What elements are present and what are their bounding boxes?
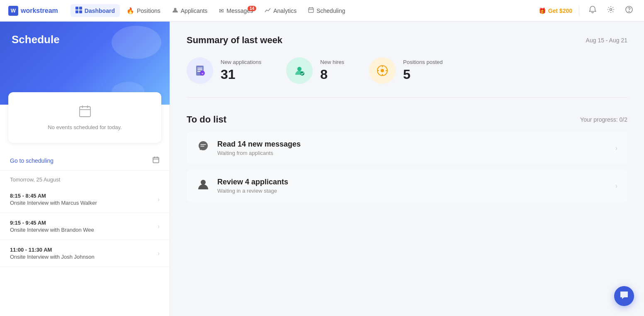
todo-title: To do list	[187, 114, 226, 125]
nav-item-applicants[interactable]: Applicants	[167, 5, 213, 17]
nav-item-analytics[interactable]: Analytics	[260, 5, 301, 17]
svg-rect-21	[197, 68, 202, 69]
nav-item-scheduling[interactable]: Scheduling	[303, 5, 350, 17]
stat-positions-posted-text: Positions posted 5	[403, 59, 442, 82]
schedule-item-details: 11:00 - 11:30 AM Onsite Interview with J…	[10, 247, 95, 260]
main-layout: Schedule No events scheduled for today. …	[0, 22, 644, 316]
tomorrow-label: Tomorrow, 25 August	[0, 171, 170, 186]
gift-icon: 🎁	[539, 7, 546, 14]
svg-rect-23	[197, 71, 201, 72]
nav-item-positions[interactable]: 🔥 Positions	[122, 5, 165, 17]
schedule-item-time-2: 11:00 - 11:30 AM	[10, 247, 95, 253]
svg-rect-3	[79, 10, 82, 13]
schedule-item-title-2: Onsite Interview with Josh Johnson	[10, 254, 95, 260]
stat-new-hires-text: New hires 8	[320, 59, 344, 82]
help-button[interactable]	[622, 4, 636, 17]
applicants-todo-icon	[197, 178, 210, 194]
gift-button[interactable]: 🎁 Get $200	[539, 7, 572, 14]
logo-icon: W	[8, 6, 18, 16]
svg-point-34	[199, 141, 208, 150]
calendar-empty-icon	[17, 105, 153, 121]
stat-new-applications-text: New applications 31	[221, 59, 261, 82]
summary-date-range: Aug 15 - Aug 21	[586, 37, 627, 44]
positions-posted-icon-circle	[369, 57, 396, 84]
todo-item-messages-body: Read 14 new messages Waiting from applic…	[217, 140, 608, 156]
svg-point-9	[610, 9, 612, 11]
summary-title: Summary of last week	[187, 35, 282, 46]
calendar-small-icon	[152, 156, 160, 165]
nav-item-dashboard[interactable]: Dashboard	[70, 4, 120, 17]
chevron-right-icon: ›	[158, 250, 160, 257]
svg-rect-1	[79, 7, 82, 10]
stat-new-applications: + New applications 31	[187, 57, 261, 84]
todo-item-applicants-title: Review 4 applicants	[217, 178, 608, 186]
dashboard-icon	[75, 7, 82, 15]
schedule-item-time-1: 9:15 - 9:45 AM	[10, 220, 94, 226]
todo-progress: Your progress: 0/2	[580, 116, 627, 123]
nav-label-dashboard: Dashboard	[85, 7, 115, 14]
bell-icon	[589, 6, 596, 15]
todo-item-messages[interactable]: Read 14 new messages Waiting from applic…	[187, 132, 627, 164]
svg-rect-0	[75, 7, 78, 10]
schedule-item-2[interactable]: 11:00 - 11:30 AM Onsite Interview with J…	[0, 240, 170, 267]
go-scheduling-link[interactable]: Go to scheduling	[10, 157, 53, 164]
chat-icon	[620, 291, 629, 302]
chevron-right-icon: ›	[615, 145, 617, 152]
svg-rect-5	[309, 8, 313, 12]
svg-point-35	[201, 180, 206, 185]
svg-rect-16	[153, 157, 159, 163]
schedule-item-0[interactable]: 8:15 - 8:45 AM Onsite Interview with Mar…	[0, 186, 170, 213]
stat-new-hires: New hires 8	[286, 57, 344, 84]
go-scheduling-row: Go to scheduling	[0, 151, 170, 171]
no-events-card: No events scheduled for today.	[8, 92, 161, 143]
nav-items: Dashboard 🔥 Positions Applicants ✉ Messa…	[70, 4, 539, 17]
svg-rect-22	[197, 69, 202, 70]
nav-right: 🎁 Get $200	[539, 4, 636, 17]
new-applications-value: 31	[221, 67, 261, 82]
gift-label: Get $200	[548, 7, 572, 14]
applicants-icon	[172, 7, 178, 15]
new-applications-icon-circle: +	[187, 57, 213, 84]
chevron-right-icon: ›	[615, 182, 617, 190]
chevron-right-icon: ›	[158, 223, 160, 230]
svg-point-29	[381, 69, 384, 72]
logo[interactable]: W workstream	[8, 6, 58, 16]
todo-item-messages-title: Read 14 new messages	[217, 140, 608, 149]
todo-item-applicants-body: Review 4 applicants Waiting in a review …	[217, 178, 608, 194]
help-icon	[625, 6, 633, 15]
stats-row: + New applications 31	[187, 57, 627, 98]
positions-posted-label: Positions posted	[403, 59, 442, 65]
main-content: Summary of last week Aug 15 - Aug 21 +	[170, 22, 644, 316]
new-hires-value: 8	[320, 67, 344, 82]
settings-button[interactable]	[604, 4, 617, 17]
nav-label-scheduling: Scheduling	[316, 7, 345, 14]
new-hires-label: New hires	[320, 59, 344, 65]
notifications-button[interactable]	[586, 4, 599, 17]
chat-fab-button[interactable]	[614, 286, 634, 306]
no-events-text: No events scheduled for today.	[17, 124, 153, 130]
messages-badge: 14	[248, 6, 256, 11]
nav-label-applicants: Applicants	[181, 7, 208, 14]
nav-label-analytics: Analytics	[273, 7, 296, 14]
messages-todo-icon	[197, 140, 210, 156]
logo-text: workstream	[21, 7, 58, 15]
svg-rect-12	[80, 107, 90, 117]
new-applications-label: New applications	[221, 59, 261, 65]
chevron-right-icon: ›	[158, 196, 160, 203]
sidebar: Schedule No events scheduled for today. …	[0, 22, 170, 316]
todo-header: To do list Your progress: 0/2	[187, 114, 627, 125]
todo-item-messages-subtitle: Waiting from applicants	[217, 150, 608, 156]
nav-item-messages[interactable]: ✉ Messages 14	[214, 5, 258, 17]
summary-header: Summary of last week Aug 15 - Aug 21	[187, 35, 627, 46]
schedule-item-1[interactable]: 9:15 - 9:45 AM Onsite Interview with Bra…	[0, 213, 170, 240]
todo-item-applicants[interactable]: Review 4 applicants Waiting in a review …	[187, 169, 627, 202]
stat-positions-posted: Positions posted 5	[369, 57, 442, 84]
schedule-item-time-0: 8:15 - 8:45 AM	[10, 193, 97, 199]
new-hires-icon-circle	[286, 57, 313, 84]
todo-item-applicants-subtitle: Waiting in a review stage	[217, 188, 608, 194]
svg-rect-2	[75, 10, 78, 13]
svg-point-11	[629, 11, 629, 12]
top-navigation: W workstream Dashboard 🔥 Positions Appli…	[0, 0, 644, 22]
schedule-item-title-1: Onsite Interview with Brandon Wee	[10, 227, 94, 233]
schedule-item-details: 9:15 - 9:45 AM Onsite Interview with Bra…	[10, 220, 94, 233]
